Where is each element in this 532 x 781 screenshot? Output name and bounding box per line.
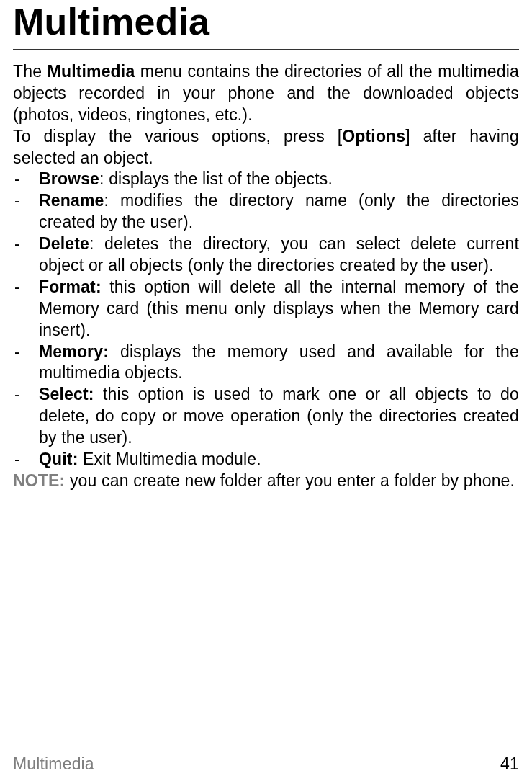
bullet-dash: - <box>14 277 20 298</box>
intro-text: To display the various options, press [ <box>13 127 342 146</box>
item-term: Select: <box>39 385 94 403</box>
item-desc: deletes the directory, you can select de… <box>39 234 519 275</box>
intro-paragraph-2: To display the various options, press [O… <box>13 126 519 169</box>
bullet-dash: - <box>14 342 20 363</box>
list-item: - Rename: modifies the directory name (o… <box>13 190 519 233</box>
item-term: Browse <box>39 169 99 188</box>
list-item: - Browse: displays the list of the objec… <box>13 169 519 190</box>
bullet-dash: - <box>14 449 20 470</box>
intro-text: The <box>13 62 48 81</box>
item-desc: Exit Multimedia module. <box>83 450 261 468</box>
item-sep <box>109 342 120 361</box>
note-text: you can create new folder after you ente… <box>65 471 515 490</box>
note-label: NOTE: <box>13 471 65 490</box>
list-item: - Memory: displays the memory used and a… <box>13 342 519 385</box>
options-list: - Browse: displays the list of the objec… <box>13 169 519 470</box>
list-item: - Format: this option will delete all th… <box>13 277 519 342</box>
item-term: Quit: <box>39 450 78 468</box>
item-term: Memory: <box>39 342 109 361</box>
bullet-dash: - <box>14 169 20 190</box>
item-term: Rename <box>39 191 104 210</box>
page-footer: Multimedia 41 <box>13 754 519 774</box>
item-desc: this option is used to mark one or all o… <box>39 385 519 447</box>
note-paragraph: NOTE: you can create new folder after yo… <box>13 470 519 492</box>
item-desc: displays the list of the objects. <box>109 169 333 188</box>
footer-page-number: 41 <box>500 754 519 774</box>
title-divider <box>13 49 519 50</box>
item-term: Delete <box>39 234 89 253</box>
intro-bold-multimedia: Multimedia <box>48 62 135 81</box>
list-item: - Quit: Exit Multimedia module. <box>13 449 519 470</box>
bullet-dash: - <box>14 190 20 212</box>
intro-bold-options: Options <box>342 127 405 146</box>
intro-paragraph-1: The Multimedia menu contains the directo… <box>13 61 519 126</box>
bullet-dash: - <box>14 233 20 255</box>
item-sep: : <box>104 191 120 210</box>
item-sep: : <box>89 234 104 253</box>
item-desc: this option will delete all the internal… <box>39 277 519 339</box>
item-sep: : <box>99 169 109 188</box>
page-title: Multimedia <box>13 0 519 49</box>
list-item: - Select: this option is used to mark on… <box>13 384 519 449</box>
item-sep <box>94 385 103 403</box>
footer-section-name: Multimedia <box>13 754 94 774</box>
item-sep <box>102 277 110 296</box>
item-term: Format: <box>39 277 102 296</box>
bullet-dash: - <box>14 384 20 406</box>
list-item: - Delete: deletes the directory, you can… <box>13 233 519 277</box>
